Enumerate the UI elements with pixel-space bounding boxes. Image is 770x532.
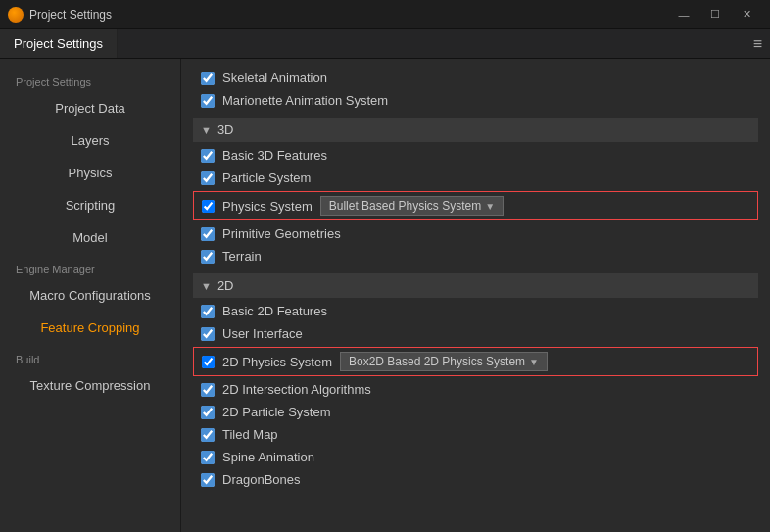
sidebar-item-feature-cropping[interactable]: Feature Cropping [0,312,180,344]
checkbox-basic-3d[interactable] [201,149,215,163]
sidebar-item-macro-configurations[interactable]: Macro Configurations [0,279,180,312]
tab-project-settings[interactable]: Project Settings [0,29,118,58]
checkbox-physics-system[interactable] [202,200,215,213]
sidebar-section-build: Build [0,344,180,369]
checkbox-tiled-map[interactable] [201,428,215,442]
checkbox-basic-2d[interactable] [201,305,215,318]
section-header-3d[interactable]: ▼ 3D [193,118,758,142]
sidebar-item-scripting[interactable]: Scripting [0,189,180,221]
content-inner: Skeletal Animation Marionette Animation … [181,59,770,499]
section-header-2d[interactable]: ▼ 2D [193,273,758,298]
sidebar-section-engine-manager: Engine Manager [0,254,180,279]
main-layout: Project Settings Project Data Layers Phy… [0,59,770,532]
feature-row-dragonbones: DragonBones [193,468,758,491]
feature-row-particle-system: Particle System [193,167,758,189]
physics-system-row: Physics System Bullet Based Physics Syst… [193,191,758,220]
feature-row-marionette-animation: Marionette Animation System [193,89,758,112]
feature-row-user-interface: User Interface [193,322,758,345]
checkbox-marionette-animation[interactable] [201,94,215,108]
sidebar-item-texture-compression[interactable]: Texture Compression [0,369,180,402]
feature-row-2d-intersection: 2D Intersection Algorithms [193,378,758,401]
checkbox-skeletal-animation[interactable] [201,72,215,85]
checkbox-user-interface[interactable] [201,327,215,341]
tab-bar: Project Settings ≡ [0,29,770,59]
sidebar: Project Settings Project Data Layers Phy… [0,59,181,532]
minimize-button[interactable]: — [668,0,699,29]
checkbox-2d-particle[interactable] [201,406,215,419]
section-arrow-2d: ▼ [201,280,212,292]
checkbox-dragonbones[interactable] [201,473,215,487]
checkbox-terrain[interactable] [201,250,215,264]
checkbox-spine-animation[interactable] [201,451,215,464]
sidebar-item-physics[interactable]: Physics [0,157,180,189]
app-icon [8,7,24,23]
feature-row-terrain: Terrain [193,245,758,267]
physics-dropdown[interactable]: Bullet Based Physics System ▼ [320,196,504,216]
feature-row-2d-particle: 2D Particle System [193,401,758,423]
feature-row-spine-animation: Spine Animation [193,446,758,468]
window-title: Project Settings [29,8,112,22]
checkbox-particle-system[interactable] [201,171,215,185]
dropdown-arrow-2d-physics: ▼ [529,357,539,367]
feature-row-primitive-geo: Primitive Geometries [193,222,758,245]
sidebar-item-project-data[interactable]: Project Data [0,92,180,124]
feature-row-basic-3d: Basic 3D Features [193,144,758,167]
2d-physics-system-row: 2D Physics System Box2D Based 2D Physics… [193,347,758,376]
sidebar-section-project-settings: Project Settings [0,67,180,92]
close-button[interactable]: ✕ [731,0,762,29]
feature-row-tiled-map: Tiled Map [193,423,758,446]
title-bar-controls: — ☐ ✕ [668,0,762,29]
2d-physics-dropdown[interactable]: Box2D Based 2D Physics System ▼ [340,352,548,371]
title-bar: Project Settings — ☐ ✕ [0,0,770,29]
checkbox-2d-physics-system[interactable] [202,356,215,368]
sidebar-item-layers[interactable]: Layers [0,124,180,157]
content-area[interactable]: Skeletal Animation Marionette Animation … [181,59,770,532]
tab-menu-icon[interactable]: ≡ [753,35,762,53]
feature-row-skeletal-animation: Skeletal Animation [193,67,758,89]
maximize-button[interactable]: ☐ [699,0,731,29]
checkbox-2d-intersection[interactable] [201,383,215,397]
title-bar-left: Project Settings [8,7,112,23]
sidebar-item-model[interactable]: Model [0,221,180,254]
dropdown-arrow-physics: ▼ [485,201,495,212]
feature-row-basic-2d: Basic 2D Features [193,300,758,322]
checkbox-primitive-geo[interactable] [201,227,215,241]
section-arrow-3d: ▼ [201,124,212,136]
